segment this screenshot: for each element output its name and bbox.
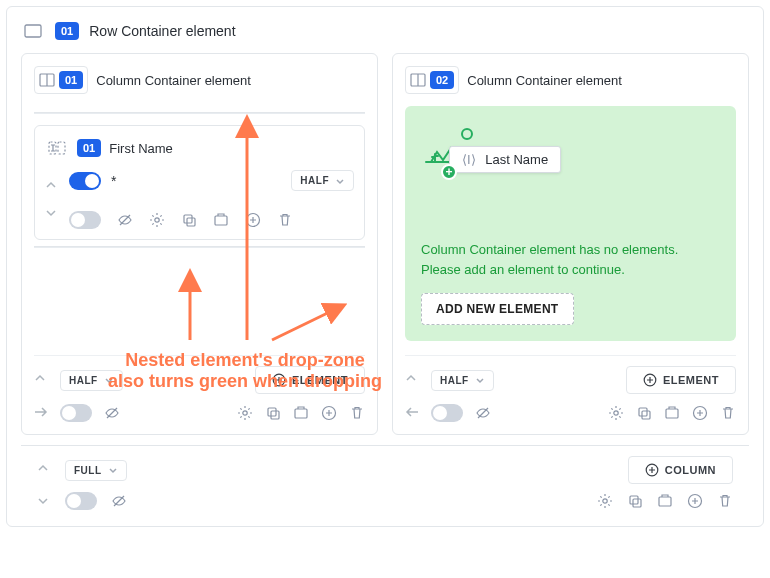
eye-off-icon[interactable] (475, 405, 491, 421)
row-width-select[interactable]: FULL (65, 460, 127, 481)
field-width-label: HALF (300, 175, 329, 186)
move-up-icon[interactable] (37, 463, 51, 477)
move-controls (45, 180, 59, 220)
add-icon[interactable] (692, 405, 708, 421)
field-title: First Name (109, 141, 173, 156)
column-index-badge: 02 (430, 71, 454, 89)
eye-off-icon[interactable] (104, 405, 120, 421)
move-down-icon[interactable] (45, 206, 59, 220)
svg-rect-9 (215, 216, 227, 225)
move-left-icon[interactable] (405, 406, 419, 420)
trash-icon[interactable] (720, 405, 736, 421)
add-new-element-button[interactable]: ADD NEW ELEMENT (421, 293, 574, 325)
column-title: Column Container element (467, 73, 622, 88)
row-container: 01 Row Container element 01 Column Conta… (6, 6, 764, 527)
add-icon[interactable] (321, 405, 337, 421)
field-header: 01 First Name (45, 136, 354, 160)
eye-off-icon[interactable] (111, 493, 127, 509)
svg-point-13 (243, 411, 247, 415)
move-up-icon[interactable] (45, 180, 59, 194)
add-icon[interactable] (687, 493, 703, 509)
column-icon: 01 (34, 66, 88, 94)
move-right-icon[interactable] (34, 406, 48, 420)
svg-rect-24 (639, 408, 647, 416)
column-visibility-toggle[interactable] (431, 404, 463, 422)
svg-rect-33 (659, 497, 671, 506)
eye-off-icon[interactable] (117, 212, 133, 228)
column-width-select[interactable]: HALF (60, 370, 123, 391)
columns-wrapper: 01 Column Container element 01 First Nam… (21, 53, 749, 435)
svg-rect-16 (295, 409, 307, 418)
gear-icon[interactable] (608, 405, 624, 421)
add-element-button[interactable]: ELEMENT (255, 366, 365, 394)
column-index-badge: 01 (59, 71, 83, 89)
column-width-label: HALF (69, 375, 98, 386)
divider (34, 246, 365, 247)
svg-rect-7 (184, 215, 192, 223)
column-icon: 02 (405, 66, 459, 94)
gear-icon[interactable] (597, 493, 613, 509)
column-title: Column Container element (96, 73, 251, 88)
svg-rect-15 (271, 411, 279, 419)
column-footer-1: HALF ELEMENT (34, 355, 365, 394)
field-card: 01 First Name * HALF (34, 125, 365, 240)
gear-icon[interactable] (237, 405, 253, 421)
duplicate-icon[interactable] (213, 212, 229, 228)
dropzone[interactable]: ⟨I⟩ Last Name + Column Container element… (405, 106, 736, 341)
svg-rect-26 (666, 409, 678, 418)
add-element-label: ELEMENT (292, 374, 348, 386)
drag-label: Last Name (485, 152, 548, 167)
trash-icon[interactable] (349, 405, 365, 421)
copy-icon[interactable] (636, 405, 652, 421)
column-footer-2 (405, 394, 736, 422)
add-element-button[interactable]: ELEMENT (626, 366, 736, 394)
column-header: 02 Column Container element (405, 66, 736, 94)
row-title: Row Container element (89, 23, 235, 39)
gear-icon[interactable] (149, 212, 165, 228)
row-visibility-toggle[interactable] (65, 492, 97, 510)
row-footer: FULL COLUMN (21, 445, 749, 514)
field-width-select[interactable]: HALF (291, 170, 354, 191)
copy-icon[interactable] (181, 212, 197, 228)
visibility-toggle[interactable] (69, 211, 101, 229)
required-toggle[interactable] (69, 172, 101, 190)
column-footer-1: HALF ELEMENT (405, 355, 736, 394)
field-toolbar (69, 211, 354, 229)
svg-rect-32 (633, 499, 641, 507)
column-width-select[interactable]: HALF (431, 370, 494, 391)
svg-rect-4 (58, 142, 65, 154)
column-width-label: HALF (440, 375, 469, 386)
svg-point-6 (155, 218, 159, 222)
row-width-label: FULL (74, 465, 102, 476)
row-icon (21, 19, 45, 43)
svg-point-20 (462, 129, 472, 139)
svg-rect-14 (268, 408, 276, 416)
svg-rect-0 (25, 25, 41, 37)
copy-icon[interactable] (627, 493, 643, 509)
move-up-icon[interactable] (34, 373, 48, 387)
trash-icon[interactable] (717, 493, 733, 509)
duplicate-icon[interactable] (664, 405, 680, 421)
move-down-icon[interactable] (37, 494, 51, 508)
copy-icon[interactable] (265, 405, 281, 421)
svg-rect-25 (642, 411, 650, 419)
duplicate-icon[interactable] (657, 493, 673, 509)
svg-rect-31 (630, 496, 638, 504)
move-up-icon[interactable] (405, 373, 419, 387)
svg-point-23 (614, 411, 618, 415)
trash-icon[interactable] (277, 212, 293, 228)
add-element-label: ELEMENT (663, 374, 719, 386)
add-column-label: COLUMN (665, 464, 716, 476)
add-icon[interactable] (245, 212, 261, 228)
add-column-button[interactable]: COLUMN (628, 456, 733, 484)
svg-rect-8 (187, 218, 195, 226)
column-card-2: 02 Column Container element ⟨I⟩ Last Nam… (392, 53, 749, 435)
column-footer-2 (34, 394, 365, 422)
column-visibility-toggle[interactable] (60, 404, 92, 422)
row-header: 01 Row Container element (21, 19, 749, 43)
duplicate-icon[interactable] (293, 405, 309, 421)
required-asterisk: * (111, 173, 116, 189)
text-input-icon (45, 136, 69, 160)
field-index-badge: 01 (77, 139, 101, 157)
divider (34, 112, 365, 113)
